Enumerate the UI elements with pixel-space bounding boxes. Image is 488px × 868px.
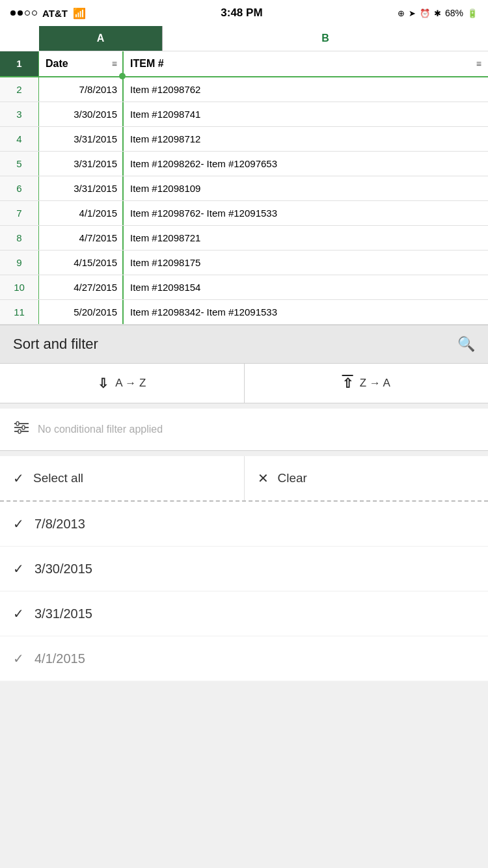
cell-item-8[interactable]: Item #12098721 — [124, 226, 488, 250]
cell-date-3[interactable]: 3/30/2015 — [39, 102, 124, 126]
filter-item[interactable]: ✓ 3/31/2015 — [0, 591, 488, 636]
col-item-header[interactable]: ITEM # ≡ — [124, 51, 488, 76]
check-icon: ✓ — [13, 651, 24, 666]
table-row[interactable]: 8 4/7/2015 Item #12098721 — [0, 226, 488, 251]
wifi-icon: 📶 — [73, 7, 86, 20]
row-num-10: 10 — [0, 275, 39, 299]
check-icon: ✓ — [13, 470, 24, 486]
signal-dot-4 — [32, 10, 37, 16]
filter-item[interactable]: ✓ 3/30/2015 — [0, 547, 488, 591]
cell-date-6[interactable]: 3/31/2015 — [39, 176, 124, 200]
table-row[interactable]: 9 4/15/2015 Item #12098175 — [0, 251, 488, 275]
row-num-spacer — [0, 26, 39, 51]
row-num-3: 3 — [0, 102, 39, 126]
svg-rect-5 — [18, 429, 21, 433]
signal-dot-3 — [25, 10, 30, 16]
signal-dots — [10, 10, 37, 16]
signal-dot-1 — [10, 10, 16, 16]
filter-item[interactable]: ✓ 7/8/2013 — [0, 502, 488, 547]
table-row[interactable]: 7 4/1/2015 Item #12098762- Item #1209153… — [0, 201, 488, 226]
cell-item-9[interactable]: Item #12098175 — [124, 251, 488, 275]
clear-button[interactable]: ✕ Clear — [245, 456, 489, 500]
col-header-a[interactable]: A — [39, 26, 163, 51]
row-num-2: 2 — [0, 77, 39, 102]
resize-handle[interactable] — [119, 73, 126, 79]
filter-date-label: 3/30/2015 — [34, 562, 92, 576]
table-row[interactable]: 11 5/20/2015 Item #12098342- Item #12091… — [0, 300, 488, 325]
battery-level: 68% — [445, 8, 463, 18]
cell-item-2[interactable]: Item #12098762 — [124, 77, 488, 102]
table-row[interactable]: 5 3/31/2015 Item #12098262- Item #120976… — [0, 152, 488, 176]
check-icon: ✓ — [13, 561, 24, 576]
battery-icon: 🔋 — [467, 8, 478, 18]
cell-date-2[interactable]: 7/8/2013 — [39, 77, 124, 102]
table-row[interactable]: 2 7/8/2013 Item #12098762 — [0, 77, 488, 102]
row-num-9: 9 — [0, 251, 39, 275]
col-date-header[interactable]: Date ≡ — [39, 51, 124, 76]
sort-za-arrow-icon: ⇧ — [342, 375, 353, 391]
select-all-button[interactable]: ✓ Select all — [0, 456, 245, 500]
cell-date-9[interactable]: 4/15/2015 — [39, 251, 124, 275]
row-num-8: 8 — [0, 226, 39, 250]
cell-date-4[interactable]: 3/31/2015 — [39, 127, 124, 151]
filter-item[interactable]: ✓ 4/1/2015 — [0, 636, 488, 681]
cell-item-7[interactable]: Item #12098762- Item #12091533 — [124, 201, 488, 225]
sort-az-label: A → Z — [115, 377, 146, 390]
status-bar: AT&T 📶 3:48 PM ⊕ ➤ ⏰ ✱ 68% 🔋 — [0, 0, 488, 26]
sort-za-button[interactable]: ⇧ Z → A — [245, 364, 489, 403]
sort-za-label: Z → A — [360, 377, 390, 390]
cell-item-3[interactable]: Item #12098741 — [124, 102, 488, 126]
arrow-icon: ➤ — [409, 8, 416, 18]
row-num-11: 11 — [0, 300, 39, 324]
sort-az-arrow-icon: ⇩ — [98, 375, 109, 391]
table-row[interactable]: 10 4/27/2015 Item #12098154 — [0, 275, 488, 300]
cell-item-5[interactable]: Item #12098262- Item #12097653 — [124, 152, 488, 176]
carrier-label: AT&T — [42, 8, 68, 19]
cell-item-4[interactable]: Item #12098712 — [124, 127, 488, 151]
svg-rect-3 — [16, 422, 19, 426]
check-icon: ✓ — [13, 516, 24, 532]
col-headers: A B — [0, 26, 488, 51]
sort-az-button[interactable]: ⇩ A → Z — [0, 364, 245, 403]
sort-filter-panel: Sort and filter 🔍 ⇩ A → Z ⇧ Z → A No con… — [0, 325, 488, 681]
filter-date-label: 3/31/2015 — [34, 606, 92, 621]
cell-item-6[interactable]: Item #12098109 — [124, 176, 488, 200]
status-right: ⊕ ➤ ⏰ ✱ 68% 🔋 — [398, 8, 478, 18]
location-icon: ⊕ — [398, 8, 405, 18]
filter-list: ✓ 7/8/2013 ✓ 3/30/2015 ✓ 3/31/2015 ✓ 4/1… — [0, 502, 488, 681]
cell-date-10[interactable]: 4/27/2015 — [39, 275, 124, 299]
sliders-icon — [13, 420, 30, 439]
filter-icon-date[interactable]: ≡ — [112, 59, 117, 69]
row-num-6: 6 — [0, 176, 39, 200]
conditional-filter[interactable]: No conditional filter applied — [0, 409, 488, 451]
filter-date-label: 4/1/2015 — [34, 651, 85, 666]
conditional-filter-text: No conditional filter applied — [38, 424, 163, 435]
select-clear-row: ✓ Select all ✕ Clear — [0, 456, 488, 502]
filter-date-label: 7/8/2013 — [34, 517, 85, 532]
row-num-header: 1 — [0, 51, 39, 76]
sort-filter-title: Sort and filter — [13, 336, 98, 353]
row-num-7: 7 — [0, 201, 39, 225]
spreadsheet: A B 1 Date ≡ ITEM # ≡ 2 7/8/2013 Item #1… — [0, 26, 488, 325]
cell-date-8[interactable]: 4/7/2015 — [39, 226, 124, 250]
status-left: AT&T 📶 — [10, 7, 86, 20]
alarm-icon: ⏰ — [420, 8, 430, 18]
cell-item-11[interactable]: Item #12098342- Item #12091533 — [124, 300, 488, 324]
cell-item-10[interactable]: Item #12098154 — [124, 275, 488, 299]
cell-date-11[interactable]: 5/20/2015 — [39, 300, 124, 324]
cell-date-7[interactable]: 4/1/2015 — [39, 201, 124, 225]
table-row[interactable]: 6 3/31/2015 Item #12098109 — [0, 176, 488, 201]
cell-date-5[interactable]: 3/31/2015 — [39, 152, 124, 176]
col-header-b[interactable]: B — [163, 26, 488, 51]
svg-rect-4 — [22, 426, 25, 429]
check-icon: ✓ — [13, 606, 24, 621]
table-row[interactable]: 4 3/31/2015 Item #12098712 — [0, 127, 488, 152]
sort-filter-header: Sort and filter 🔍 — [0, 325, 488, 364]
select-all-label: Select all — [33, 471, 83, 485]
clock: 3:48 PM — [221, 7, 262, 20]
sort-options: ⇩ A → Z ⇧ Z → A — [0, 364, 488, 403]
table-row[interactable]: 3 3/30/2015 Item #12098741 — [0, 102, 488, 127]
signal-dot-2 — [18, 10, 23, 16]
search-icon[interactable]: 🔍 — [457, 336, 475, 353]
filter-icon-item[interactable]: ≡ — [476, 59, 481, 69]
